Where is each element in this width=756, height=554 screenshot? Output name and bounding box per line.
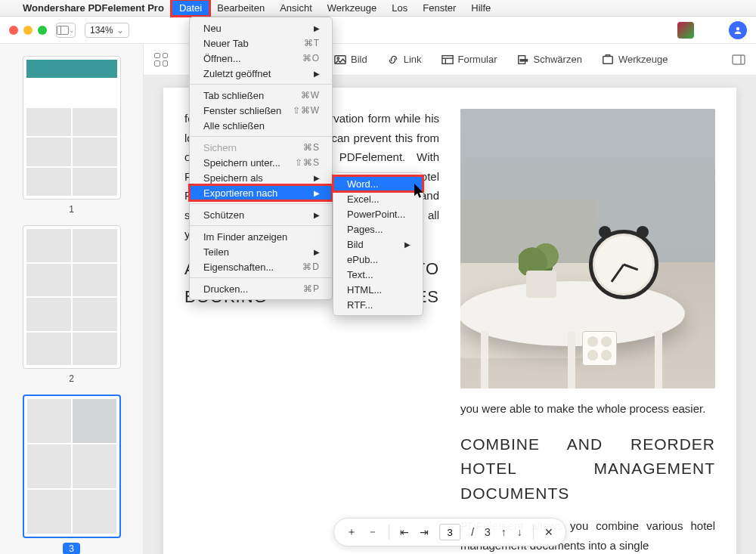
submenu-arrow-icon: ▶ [314, 70, 320, 78]
next-page-icon[interactable]: ↓ [517, 526, 522, 538]
submenu-arrow-icon: ▶ [314, 248, 320, 256]
shortcut-label: ⌘O [302, 53, 320, 63]
menu-item-label: Teilen [203, 246, 229, 258]
menu-ansicht[interactable]: Ansicht [272, 0, 320, 16]
zoom-window-icon[interactable] [38, 26, 47, 35]
menu-item-label: Zuletzt geöffnet [203, 68, 271, 79]
menu-item[interactable]: Tab schließen⌘W [190, 88, 332, 103]
menu-item-label: Öffnen... [203, 53, 241, 64]
submenu-item[interactable]: Text... [333, 267, 423, 282]
mouse-cursor-icon [414, 184, 425, 197]
submenu-item[interactable]: Bild▶ [333, 237, 423, 252]
toolbar-formular[interactable]: Formular [438, 51, 500, 69]
menu-item-label: Excel... [347, 193, 380, 205]
article-photo [460, 109, 715, 388]
menu-item[interactable]: Fenster schließen⇧⌘W [190, 103, 332, 118]
svg-rect-9 [519, 59, 528, 62]
menu-item[interactable]: Schützen▶ [190, 207, 332, 222]
body-text: you were able to make the whole process … [460, 399, 715, 419]
image-icon [334, 54, 346, 66]
zoom-out-icon[interactable]: － [367, 525, 378, 539]
menu-item-label: Neu [203, 23, 222, 34]
menu-los[interactable]: Los [384, 0, 415, 16]
menu-hilfe[interactable]: Hilfe [463, 0, 498, 16]
submenu-arrow-icon: ▶ [314, 174, 320, 182]
form-icon [442, 54, 454, 66]
submenu-item[interactable]: Excel... [333, 191, 423, 206]
prev-page-icon[interactable]: ↑ [501, 526, 507, 538]
submenu-item[interactable]: HTML... [333, 282, 423, 297]
menu-item: Sichern⌘S [190, 140, 332, 155]
last-page-icon[interactable]: ⇥ [420, 526, 429, 538]
datei-menu: Neu▶Neuer Tab⌘TÖffnen...⌘OZuletzt geöffn… [189, 17, 333, 300]
submenu-item[interactable]: Pages... [333, 221, 423, 237]
panel-toggle-icon[interactable] [732, 54, 745, 65]
menu-item-label: Eigenschaften... [203, 262, 274, 273]
menu-fenster[interactable]: Fenster [415, 0, 463, 16]
shortcut-label: ⇧⌘W [293, 105, 320, 116]
app-name: Wondershare PDFelement Pro [15, 2, 172, 14]
page-thumbnail-2[interactable] [23, 225, 121, 369]
menu-item[interactable]: Drucken...⌘P [190, 281, 332, 296]
close-window-icon[interactable] [9, 26, 18, 35]
menu-item[interactable]: Neu▶ [190, 20, 332, 36]
thumb-label: 2 [14, 373, 129, 384]
menu-bearbeiten[interactable]: Bearbeiten [209, 0, 272, 16]
submenu-item[interactable]: Word... [333, 176, 423, 191]
thumbnail-panel: 1 2 3 [0, 44, 144, 554]
menu-item-label: Text... [347, 269, 373, 280]
shortcut-label: ⌘P [303, 283, 320, 294]
menu-werkzeuge[interactable]: Werkzeuge [320, 0, 385, 16]
svg-rect-10 [603, 56, 612, 63]
menu-item-label: Fenster schließen [203, 105, 281, 116]
zoom-in-icon[interactable]: ＋ [346, 525, 357, 539]
menu-item-label: Bild [347, 239, 364, 250]
toolbar-link[interactable]: Link [384, 51, 425, 69]
svg-point-2 [736, 26, 739, 29]
shortcut-label: ⌘T [304, 38, 320, 48]
menu-item[interactable]: Speichern unter...⇧⌘S [190, 155, 332, 170]
shortcut-label: ⌘S [303, 142, 320, 153]
menu-item[interactable]: Alle schließen [190, 118, 332, 133]
account-avatar[interactable] [729, 21, 747, 39]
menu-item-label: ePub... [347, 254, 378, 265]
grid-view-icon[interactable] [154, 53, 168, 67]
toolbar-werkzeuge[interactable]: Werkzeuge [599, 51, 671, 69]
menu-item[interactable]: Neuer Tab⌘T [190, 36, 332, 51]
close-icon[interactable]: ✕ [544, 526, 553, 538]
menu-item[interactable]: Im Finder anzeigen [190, 229, 332, 244]
svg-point-4 [337, 57, 339, 58]
menu-item-label: Speichern als [203, 172, 263, 184]
menu-item[interactable]: Zuletzt geöffnet▶ [190, 66, 332, 81]
menu-item[interactable]: Teilen▶ [190, 244, 332, 259]
page-number-input[interactable] [439, 524, 460, 540]
menu-item[interactable]: Eigenschaften...⌘D [190, 259, 332, 274]
svg-rect-0 [57, 26, 69, 34]
page-thumbnail-1[interactable] [23, 56, 121, 200]
submenu-item[interactable]: ePub... [333, 252, 423, 267]
submenu-item[interactable]: PowerPoint... [333, 206, 423, 221]
shortcut-label: ⌘W [301, 90, 320, 101]
tools-icon [602, 54, 614, 66]
toolbar-bild[interactable]: Bild [331, 51, 370, 69]
page-thumbnail-3[interactable] [23, 395, 121, 538]
menu-item-label: Im Finder anzeigen [203, 231, 287, 243]
zoom-selector[interactable]: 134% ⌄ [85, 23, 129, 38]
shortcut-label: ⇧⌘S [295, 157, 320, 168]
submenu-arrow-icon: ▶ [404, 240, 411, 249]
thumb-label-selected: 3 [63, 543, 80, 554]
sidebar-toggle-button[interactable]: ⌄ [56, 23, 76, 38]
menu-item[interactable]: Exportieren nach▶ [190, 185, 332, 200]
user-photo-icon[interactable] [677, 22, 694, 39]
menu-item-label: Word... [347, 178, 379, 190]
menu-item[interactable]: Speichern als▶ [190, 170, 332, 185]
menu-item[interactable]: Öffnen...⌘O [190, 51, 332, 66]
toolbar-schwaerzen[interactable]: Schwärzen [514, 51, 585, 69]
menu-item-label: Pages... [347, 224, 383, 235]
submenu-item[interactable]: RTF... [333, 297, 423, 312]
minimize-window-icon[interactable] [23, 26, 33, 35]
menu-item-label: HTML... [347, 284, 382, 296]
first-page-icon[interactable]: ⇤ [400, 526, 409, 538]
window-chrome: ⌄ 134% ⌄ [0, 17, 756, 44]
menu-datei[interactable]: Datei [172, 0, 209, 16]
